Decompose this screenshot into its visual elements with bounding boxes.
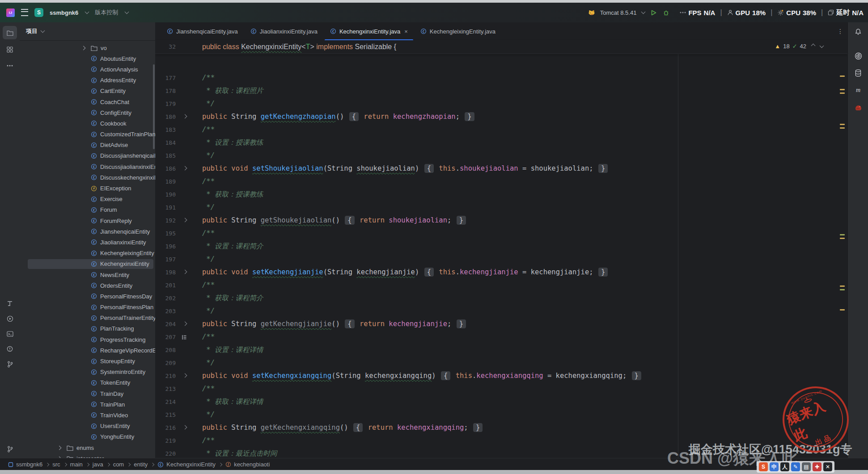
tree-item-jiaolianxinxientity[interactable]: CJiaolianxinxiEntity [20,237,155,247]
tab-KechengxinxiEntity[interactable]: CKechengxinxiEntity.java× [324,22,414,40]
breadcrumb-item-KechengxinxiEntity[interactable]: CKechengxinxiEntity [157,461,216,468]
run-button[interactable] [649,8,657,17]
code-line-183[interactable]: 183/** [155,123,847,136]
tree-item-actionanalysis[interactable]: CActionAnalysis [20,64,155,75]
stripe-warning-mark[interactable] [840,124,845,125]
code-line-191[interactable]: 191 */ [155,201,847,214]
code-line-204[interactable]: 204public String getKechengjianjie() { r… [155,318,847,331]
tree-item-rechargeviprecordentity[interactable]: CRechargeVipRecordEntity [20,345,155,356]
more-tools-icon[interactable] [3,59,17,72]
tab-JiaolianxinxiEntity[interactable]: CJiaolianxinxiEntity.java [244,22,324,40]
breadcrumb-item-java[interactable]: java [93,461,103,468]
code-line-207[interactable]: 207/** [155,331,847,344]
database-icon[interactable] [852,67,864,79]
code-line-186[interactable]: 186public void setShoukejiaolian(String … [155,162,847,175]
code-line-178[interactable]: 178 * 获取：课程照片 [155,84,847,97]
ime-tile[interactable]: ▤ [802,462,811,471]
breadcrumb-item-com[interactable]: com [113,461,124,468]
tree-item-yonghuentity[interactable]: CYonghuEntity [20,432,155,442]
run-configuration-select[interactable]: Tomcat 8.5.41 [600,9,637,16]
code-line-213[interactable]: 213/** [155,382,847,395]
tab-JianshenqicaiEntity[interactable]: CJianshenqicaiEntity.java [161,22,244,40]
ime-tile[interactable]: 人 [780,462,789,471]
code-line-177[interactable]: 177/** [155,71,847,84]
stripe-warning-mark[interactable] [840,89,845,90]
stripe-warning-mark[interactable] [840,92,845,94]
code-line-202[interactable]: 202 * 获取：课程简介 [155,292,847,305]
git-icon[interactable] [3,357,17,371]
vcs-branch-icon[interactable] [3,442,17,456]
code-line-185[interactable]: 185 */ [155,149,847,162]
fold-chevron-icon[interactable] [180,214,188,227]
stripe-warning-mark[interactable] [840,76,845,77]
ime-tile[interactable]: 中 [770,462,779,471]
ime-tile[interactable]: S [759,462,768,471]
tree-item-cookbook[interactable]: CCookbook [20,118,155,129]
tree-item-cartentity[interactable]: CCartEntity [20,86,155,96]
tree-item-exercise[interactable]: CExercise [20,194,155,205]
breadcrumb-item-src[interactable]: src [52,461,60,468]
maven-icon[interactable]: m [852,84,864,96]
code-line-215[interactable]: 215 */ [155,408,847,421]
tree-item-coachchat[interactable]: CCoachChat [20,96,155,107]
tree-item-systemintroentity[interactable]: CSystemintroEntity [20,367,155,378]
spring-swirl-icon[interactable] [852,50,864,62]
tree-item-tokenentity[interactable]: CTokenEntity [20,378,155,388]
tree-item-discussjianshenqicaientity[interactable]: CDiscussjianshenqicaiEntity [20,151,155,161]
code-line-210[interactable]: 210public void setKechengxiangqing(Strin… [155,369,847,382]
tree-item-discussjiaolianxinxientity[interactable]: CDiscussjiaolianxinxiEntity [20,161,155,172]
tab-options-kebab-icon[interactable]: ⋮ [837,28,844,35]
tree-item-trainplan[interactable]: CTrainPlan [20,399,155,410]
tab-close-icon[interactable]: × [404,28,408,35]
tab-KechengleixingEntity[interactable]: CKechengleixingEntity.java [414,22,502,40]
code-viewport[interactable]: 177/**178 * 获取：课程照片179 */180public Strin… [155,40,847,458]
tree-item-personalfitnessplan[interactable]: CPersonalFitnessPlan [20,302,155,313]
ime-tile[interactable]: ✎ [791,462,800,471]
stripe-warning-mark[interactable] [840,289,845,290]
next-issue-chevron-icon[interactable] [820,43,824,48]
code-line-190[interactable]: 190 * 获取：授课教练 [155,188,847,201]
fold-chevron-icon[interactable] [180,162,188,175]
tree-item-forum[interactable]: CForum [20,205,155,215]
stripe-warning-mark[interactable] [840,238,845,239]
project-avatar[interactable]: S [34,8,43,17]
code-line-208[interactable]: 208 * 设置：课程详情 [155,344,847,357]
tree-item-addressentity[interactable]: CAddressEntity [20,75,155,86]
fold-chevron-icon[interactable] [180,110,188,123]
tree-item-ordersentity[interactable]: COrdersEntity [20,280,155,291]
tree-item-personaltrainerentity[interactable]: CPersonalTrainerEntity [20,313,155,323]
breadcrumb-item-ssmbgnk6[interactable]: ssmbgnk6 [8,461,42,468]
main-menu-icon[interactable] [21,9,28,16]
stripe-warning-mark[interactable] [840,309,845,310]
breadcrumb-item-main[interactable]: main [70,461,83,468]
breadcrumb-item-entity[interactable]: entity [134,461,148,468]
prev-issue-chevron-icon[interactable] [811,43,816,48]
stripe-warning-mark[interactable] [840,234,845,235]
fold-chevron-icon[interactable] [180,266,188,279]
tree-item-newsentity[interactable]: CNewsEntity [20,269,155,280]
tree-item-enums[interactable]: enums [20,442,155,453]
code-line-179[interactable]: 179 */ [155,97,847,110]
tree-item-usersentity[interactable]: CUsersEntity [20,421,155,432]
code-line-209[interactable]: 209 */ [155,357,847,369]
tree-item-forumreply[interactable]: CForumReply [20,215,155,226]
stripe-warning-mark[interactable] [840,285,845,287]
code-line-192[interactable]: 192public String getShoukejiaolian() { r… [155,214,847,227]
bookmark-icon[interactable] [180,331,188,344]
code-line-184[interactable]: 184 * 设置：授课教练 [155,136,847,149]
code-line-195[interactable]: 195/** [155,227,847,240]
code-line-189[interactable]: 189/** [155,175,847,188]
tree-item-interceptor[interactable]: interceptor [20,453,155,458]
code-line-198[interactable]: 198public void setKechengjianjie(String … [155,266,847,279]
code-line-197[interactable]: 197 */ [155,253,847,266]
tree-item-aboutusentity[interactable]: CAboutusEntity [20,53,155,64]
tree-item-jianshenqicaientity[interactable]: CJianshenqicaiEntity [20,226,155,237]
code-line-180[interactable]: 180public String getKechengzhaopian() { … [155,110,847,123]
tree-item-customizedtrainplan[interactable]: CCustomizedTrainPlan [20,129,155,140]
debug-button[interactable] [662,8,670,17]
project-name[interactable]: ssmbgnk6 [50,9,78,16]
tree-item-kechengxinxientity[interactable]: CKechengxinxiEntity [20,259,155,269]
ime-toolbar[interactable]: S中人✎▤✚✕ [757,461,834,473]
ime-tile[interactable]: ✚ [813,462,821,471]
translate-icon[interactable] [3,297,17,310]
